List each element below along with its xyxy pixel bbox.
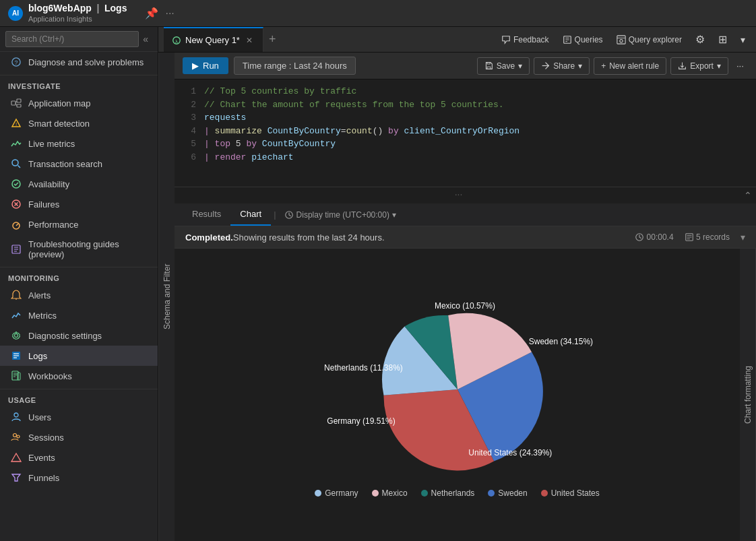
schema-filter-panel[interactable]: Schema and Filter — [158, 53, 175, 541]
legend-label-mexico: Mexico — [382, 488, 408, 498]
feedback-button[interactable]: Feedback — [496, 32, 555, 47]
sidebar-item-logs[interactable]: Logs — [0, 346, 158, 366]
label-netherlands: Netherlands (11.38%) — [324, 363, 403, 373]
code-line-4: 4 | summarize CountByCountry=count() by … — [175, 125, 756, 138]
code-line-3: 3 requests — [175, 111, 756, 125]
editor-main: ▶ Run Time range : Last 24 hours Save ▾ … — [175, 53, 756, 541]
sidebar-item-metrics[interactable]: Metrics — [0, 305, 158, 325]
queries-button[interactable]: Queries — [557, 32, 608, 47]
app-name: blog6WebApp — [28, 3, 92, 13]
content-area: λ New Query 1* ✕ + Feedback Queries Quer… — [158, 27, 756, 541]
expand-panel-button[interactable]: ▾ — [735, 32, 751, 48]
duration: 00:00.4 — [635, 232, 673, 243]
chart-formatting-panel[interactable]: Chart formatting — [740, 249, 756, 541]
tab-label: New Query 1* — [185, 35, 240, 45]
sidebar-item-events[interactable]: Events — [0, 447, 158, 468]
transaction-search-label: Transaction search — [28, 159, 102, 169]
results-tabs: Results Chart | Display time (UTC+00:00)… — [175, 203, 756, 226]
sidebar-item-funnels[interactable]: Funnels — [0, 468, 158, 488]
legend-dot-sweden — [488, 490, 495, 497]
sidebar-item-live-metrics[interactable]: Live metrics — [0, 133, 158, 154]
tab-actions: Feedback Queries Query explorer ⚙ ⊞ ▾ — [496, 30, 751, 49]
pie-chart — [316, 292, 599, 480]
alerts-icon — [11, 290, 22, 300]
info-text: Showing results from the last 24 hours. — [233, 232, 385, 243]
workbooks-label: Workbooks — [28, 371, 72, 381]
svg-text:?: ? — [15, 59, 18, 66]
sidebar-item-users[interactable]: Users — [0, 407, 158, 427]
sidebar: « ? Diagnose and solve problems Investig… — [0, 27, 158, 541]
legend-dot-us — [541, 490, 548, 497]
new-alert-button[interactable]: + New alert rule — [594, 57, 666, 75]
svg-point-22 — [15, 334, 18, 338]
sidebar-item-diagnose[interactable]: ? Diagnose and solve problems — [0, 52, 158, 72]
availability-label: Availability — [28, 179, 69, 189]
main-layout: « ? Diagnose and solve problems Investig… — [0, 27, 756, 541]
monitoring-section-header: Monitoring — [0, 267, 158, 285]
query-explorer-button[interactable]: Query explorer — [611, 32, 687, 47]
sidebar-item-alerts[interactable]: Alerts — [0, 285, 158, 305]
layout-button[interactable]: ⊞ — [713, 30, 732, 49]
pin-button[interactable]: 📌 — [143, 6, 160, 20]
funnels-icon — [11, 472, 22, 483]
legend-us: United States — [541, 488, 600, 498]
label-sweden: Sweden (34.15%) — [529, 337, 593, 346]
legend-label-us: United States — [551, 488, 600, 498]
tab-results[interactable]: Results — [183, 203, 230, 226]
sidebar-item-sessions[interactable]: Sessions — [0, 427, 158, 447]
tab-close-button[interactable]: ✕ — [244, 35, 255, 46]
sidebar-item-smart-detection[interactable]: ! Smart detection — [0, 113, 158, 133]
tab-chart[interactable]: Chart — [230, 203, 271, 226]
export-button[interactable]: Export ▾ — [670, 57, 728, 75]
collapse-editor-button[interactable]: ⌃ — [741, 189, 755, 202]
legend-netherlands: Netherlands — [421, 488, 475, 498]
code-line-5: 5 | top 5 by CountByCountry — [175, 137, 756, 151]
sidebar-item-workbooks[interactable]: Workbooks — [0, 366, 158, 386]
save-button[interactable]: Save ▾ — [477, 57, 530, 75]
label-mexico: Mexico (10.57%) — [435, 301, 495, 311]
time-range-button[interactable]: Time range : Last 24 hours — [234, 57, 356, 75]
investigate-section-header: Investigate — [0, 75, 158, 93]
expand-results-button[interactable]: ▾ — [741, 232, 745, 243]
code-line-1: 1 // Top 5 countries by traffic — [175, 85, 756, 98]
title-separator: | — [96, 3, 99, 13]
editor-dots: ··· ⌃ — [175, 187, 756, 203]
sidebar-item-availability[interactable]: Availability — [0, 174, 158, 194]
more-options-button[interactable]: ··· — [732, 57, 748, 75]
code-editor[interactable]: 1 // Top 5 countries by traffic 2 // Cha… — [175, 79, 756, 187]
top-bar: AI blog6WebApp | Logs Application Insigh… — [0, 0, 756, 27]
app-logo: AI blog6WebApp | Logs Application Insigh… — [8, 3, 127, 24]
availability-icon — [11, 179, 22, 189]
sidebar-item-failures[interactable]: Failures — [0, 194, 158, 214]
results-meta: 00:00.4 5 records ▾ — [635, 232, 745, 243]
app-subtitle: Application Insights — [28, 15, 92, 23]
svg-marker-35 — [11, 453, 21, 462]
add-tab-button[interactable]: + — [263, 32, 282, 46]
sidebar-collapse-button[interactable]: « — [139, 32, 152, 46]
sessions-icon — [11, 432, 22, 443]
label-germany: Germany (19.51%) — [327, 416, 395, 426]
sidebar-item-application-map[interactable]: Application map — [0, 93, 158, 113]
display-time-button[interactable]: Display time (UTC+00:00) ▾ — [279, 210, 402, 220]
sidebar-item-performance[interactable]: Performance — [0, 214, 158, 234]
legend-mexico: Mexico — [372, 488, 408, 498]
run-button[interactable]: ▶ Run — [183, 57, 228, 74]
smart-detection-label: Smart detection — [28, 119, 90, 129]
smart-detection-icon: ! — [11, 118, 22, 129]
legend-dot-mexico — [372, 490, 379, 497]
search-input[interactable] — [5, 31, 139, 47]
metrics-label: Metrics — [28, 311, 57, 321]
sidebar-item-transaction-search[interactable]: Transaction search — [0, 154, 158, 174]
results-area: Results Chart | Display time (UTC+00:00)… — [175, 203, 756, 541]
more-button[interactable]: ··· — [163, 7, 176, 20]
legend-label-sweden: Sweden — [498, 488, 527, 498]
logs-label: Logs — [28, 351, 47, 361]
records-count: 5 records — [685, 232, 730, 243]
performance-label: Performance — [28, 220, 78, 230]
share-button[interactable]: Share ▾ — [534, 57, 590, 75]
tab-new-query-1[interactable]: λ New Query 1* ✕ — [164, 27, 263, 52]
metrics-icon — [11, 310, 22, 321]
sidebar-item-troubleshooting[interactable]: Troubleshooting guides (preview) — [0, 234, 158, 264]
settings-button[interactable]: ⚙ — [690, 30, 710, 49]
sidebar-item-diagnostic-settings[interactable]: Diagnostic settings — [0, 325, 158, 346]
